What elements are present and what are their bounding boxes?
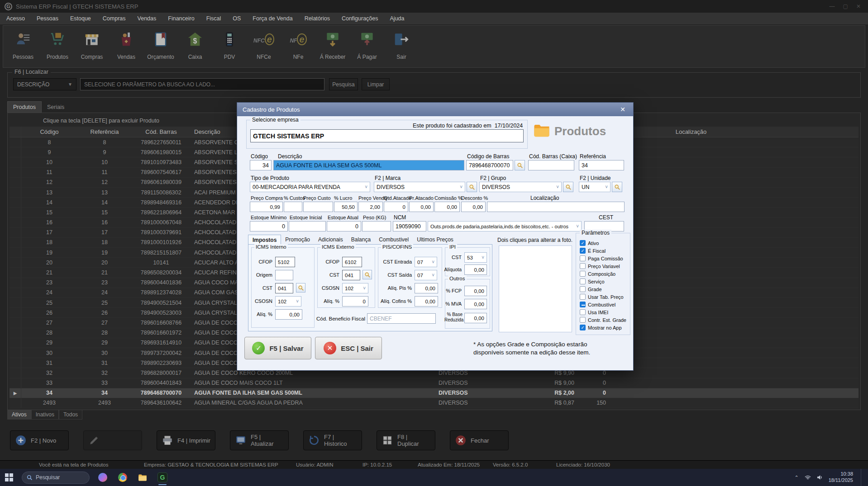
checkbox-unchecked[interactable]	[580, 255, 586, 261]
tab-produtos[interactable]: Produtos	[7, 101, 42, 113]
mva-input[interactable]	[464, 299, 487, 309]
estoque-inicial-input[interactable]	[289, 221, 326, 231]
menu-item-vendas[interactable]: Vendas	[138, 15, 157, 22]
search-input[interactable]	[80, 78, 324, 90]
button-f2-novo[interactable]: F2 | Novo	[10, 430, 69, 450]
aliq-cofins-input[interactable]	[415, 296, 438, 307]
preco-venda-input[interactable]	[358, 202, 383, 212]
checkbox-indeterminate[interactable]	[580, 302, 586, 307]
company-input[interactable]	[250, 129, 524, 142]
param-mostrar-no-app[interactable]: Mostrar no App	[580, 324, 622, 331]
search-field-dropdown[interactable]: DESCRIÇÃO ▼	[13, 78, 76, 90]
param-usa-imei[interactable]: Usa IMEI	[580, 309, 608, 316]
toolbar-item-nfe[interactable]: NFeNFe	[281, 28, 315, 60]
column-header[interactable]: Cód. Barras	[132, 128, 191, 135]
dialog-tab-impostos[interactable]: Impostos	[248, 235, 281, 245]
toolbar-item-or-amento[interactable]: Orçamento	[143, 28, 178, 60]
codigo-input[interactable]	[250, 160, 272, 170]
dialog-tab-adicionais[interactable]: Adicionais	[314, 235, 347, 245]
icms-externo-cst-input[interactable]	[342, 270, 360, 280]
filter-tab-inativos[interactable]: Inativos	[31, 410, 59, 420]
minimize-icon[interactable]: —	[830, 3, 835, 9]
desconto-input[interactable]	[461, 202, 486, 212]
param-fiscal[interactable]: É Fiscal	[580, 247, 606, 254]
menu-item-pessoas[interactable]: Pessoas	[37, 15, 58, 22]
icms-interno-cst-input[interactable]	[275, 283, 293, 293]
param-ativo[interactable]: Ativo	[580, 240, 599, 246]
icms-externo-csosn-select[interactable]: 102˅	[342, 283, 368, 293]
column-header[interactable]: Localização	[610, 128, 773, 135]
checkbox-unchecked[interactable]	[580, 294, 586, 300]
show-desktop-edge[interactable]	[861, 469, 863, 486]
taskbar-search[interactable]: Pesquisar	[22, 472, 90, 484]
checkbox-unchecked[interactable]	[580, 271, 586, 277]
taskbar-clock[interactable]: 10:38 18/11/2025	[829, 471, 855, 484]
localizacao-input[interactable]	[487, 202, 625, 212]
toolbar-item-receber[interactable]: Á Receber	[315, 28, 350, 60]
pct-custos-input[interactable]	[284, 202, 302, 212]
pr-atacado-input[interactable]	[409, 202, 434, 212]
button-f4-imprimir[interactable]: F4 | Imprimir	[157, 430, 215, 450]
estoque-atual-input[interactable]	[327, 221, 361, 231]
checkbox-checked[interactable]	[580, 248, 586, 254]
filter-tab-ativos[interactable]: Ativos	[7, 410, 31, 420]
menu-item-os[interactable]: OS	[233, 15, 241, 22]
toolbar-item-pagar[interactable]: Á Pagar	[350, 28, 384, 60]
table-row[interactable]: 33337896004401843AGUA DE COCO MAIS COCO …	[10, 378, 858, 388]
param-combust-vel[interactable]: Combustível	[580, 301, 615, 308]
param-grade[interactable]: Grade	[580, 286, 602, 293]
volume-icon[interactable]	[817, 475, 823, 480]
maximize-icon[interactable]: ▢	[843, 3, 848, 9]
ipi-cst-select[interactable]: 53˅	[464, 252, 487, 263]
column-header[interactable]: Código	[21, 128, 77, 135]
taskbar-folder-icon[interactable]	[136, 469, 149, 486]
toolbar-item-nfce[interactable]: NFCeNFCe	[247, 28, 281, 60]
param-pre-o-variavel[interactable]: Preço Variavel	[580, 263, 620, 269]
barras-caixa-input[interactable]	[528, 160, 574, 170]
unidade-select[interactable]: UN˅	[579, 182, 610, 192]
icms-interno-csosn-select[interactable]: 102˅	[275, 296, 301, 307]
marca-search-icon[interactable]	[467, 182, 477, 192]
icms-externo-cfop-input[interactable]	[342, 257, 362, 267]
cst-saida-select[interactable]: 07˅	[415, 270, 437, 280]
param-contr-est-grade[interactable]: Contr. Est. Grade	[580, 316, 626, 323]
dialog-tab-promo-o[interactable]: Promoção	[281, 235, 314, 245]
dialog-tab-ultimos-pre-os[interactable]: Ultimos Preços	[413, 235, 458, 245]
checkbox-unchecked[interactable]	[580, 263, 586, 269]
menu-item-financeiro[interactable]: Financeiro	[168, 15, 194, 22]
search-button[interactable]: Pesquisa	[329, 78, 358, 90]
menu-item-fiscal[interactable]: Fiscal	[206, 15, 221, 22]
estoque-minimo-input[interactable]	[250, 221, 288, 231]
unidade-search-icon[interactable]	[612, 182, 622, 192]
cst-search-icon[interactable]	[362, 270, 372, 279]
filter-tab-todos[interactable]: Todos	[59, 410, 82, 420]
column-header[interactable]: Referência	[77, 128, 132, 135]
menu-item-for-a-de-venda[interactable]: Força de Venda	[253, 15, 292, 22]
aliq-pis-input[interactable]	[415, 283, 438, 293]
qtd-atacado-input[interactable]	[384, 202, 408, 212]
menu-item-ajuda[interactable]: Ajuda	[390, 15, 405, 22]
toolbar-item-compras[interactable]: Compras	[75, 28, 109, 60]
referencia-input[interactable]	[579, 160, 624, 170]
dialog-tab-combustivel[interactable]: Combustivel	[375, 235, 413, 245]
marca-select[interactable]: DIVERSOS˅	[374, 182, 465, 192]
dialog-titlebar[interactable]: Cadastro de Produtos ✕	[237, 103, 633, 116]
menu-item-estoque[interactable]: Estoque	[70, 15, 91, 22]
toolbar-item-produtos[interactable]: Produtos	[40, 28, 75, 60]
codigo-barras-input[interactable]	[466, 160, 513, 170]
checkbox-unchecked[interactable]	[580, 278, 586, 284]
ipi-aliquota-input[interactable]	[464, 264, 487, 275]
button-f5-atualizar[interactable]: F5 | Atualizar	[230, 430, 289, 450]
pct-lucro-input[interactable]	[334, 202, 358, 212]
barras-search-icon[interactable]	[515, 160, 525, 170]
toolbar-item-pessoas[interactable]: Pessoas	[6, 28, 40, 60]
fcp-input[interactable]	[464, 286, 487, 296]
grupo-select[interactable]: DIVERSOS˅	[479, 182, 562, 192]
toolbar-item-sair[interactable]: Sair	[384, 28, 419, 60]
menu-item-configura-es[interactable]: Configurações	[342, 15, 378, 22]
close-icon[interactable]: ✕	[856, 3, 861, 9]
beneficio-fiscal-input[interactable]	[367, 313, 436, 324]
descricao-input[interactable]	[273, 160, 464, 170]
cst-entrada-select[interactable]: 07˅	[415, 257, 437, 267]
checkbox-checked[interactable]	[580, 325, 586, 330]
